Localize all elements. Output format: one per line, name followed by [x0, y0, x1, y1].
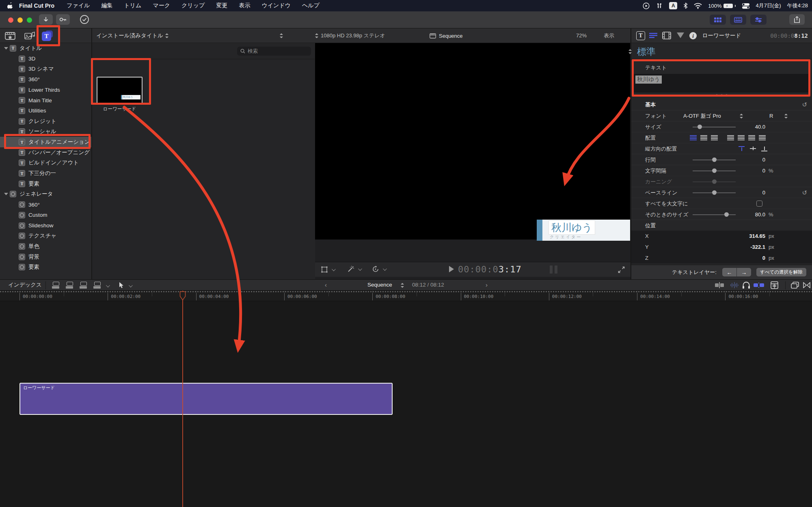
transition-icon[interactable]: [803, 282, 810, 288]
append-clip-button[interactable]: [80, 282, 88, 289]
viewer-zoom-popup[interactable]: 72%: [576, 28, 587, 43]
valign-middle-button[interactable]: [750, 146, 756, 151]
menu-item[interactable]: 表示: [239, 2, 250, 9]
sidebar-item[interactable]: 360°: [0, 74, 91, 85]
close-window-button[interactable]: [8, 17, 13, 23]
titles-generators-sidebar-icon[interactable]: T: [42, 30, 53, 41]
menu-item[interactable]: ウインドウ: [261, 2, 291, 9]
media-sidebar-icon[interactable]: [5, 31, 15, 40]
title-text-value[interactable]: 秋川ゆう: [635, 76, 662, 84]
show-timelines-icon[interactable]: [791, 282, 799, 289]
align-right-button[interactable]: [711, 135, 718, 140]
playhead-handle[interactable]: [179, 291, 186, 301]
edit-options-chevron-icon[interactable]: [106, 283, 110, 287]
lowerthird-overlay[interactable]: 秋川ゆう クリエイター: [537, 220, 630, 241]
valign-top-button[interactable]: [739, 146, 745, 151]
sidebar-item[interactable]: 360°: [0, 199, 91, 210]
search-field[interactable]: 検索: [237, 47, 311, 56]
index-button[interactable]: インデックス: [8, 280, 42, 290]
sidebar-item[interactable]: バンパー／オープニング: [0, 147, 91, 158]
wifi-icon[interactable]: [694, 3, 702, 9]
sequence-popup[interactable]: Sequence: [367, 280, 392, 290]
headphones-icon[interactable]: [742, 281, 750, 289]
sidebar-item[interactable]: 背景: [0, 252, 91, 262]
audio-meter-left[interactable]: [550, 265, 553, 274]
preset-row[interactable]: 標準: [631, 44, 812, 59]
next-text-layer-button[interactable]: →: [737, 268, 751, 276]
select-tool-button[interactable]: [119, 282, 124, 289]
share-button[interactable]: [789, 14, 805, 25]
connect-clip-button[interactable]: [52, 282, 60, 289]
line-spacing-value[interactable]: 0: [762, 154, 765, 165]
trim-tool-icon[interactable]: [715, 282, 724, 288]
position-z-value[interactable]: 0: [762, 252, 765, 263]
sidebar-item[interactable]: 単色: [0, 241, 91, 252]
kerning-slider[interactable]: [693, 181, 736, 182]
play-button[interactable]: [449, 266, 454, 272]
viewer-timecode[interactable]: 00:00:03:17: [458, 264, 522, 274]
minimize-window-button[interactable]: [17, 17, 23, 23]
sidebar-item[interactable]: ソーシャル: [0, 127, 91, 137]
align-center-button[interactable]: [700, 135, 707, 140]
zoom-window-button[interactable]: [27, 17, 32, 23]
title-thumbnail[interactable]: 秋川ゆう: [97, 77, 143, 104]
sidebar-item[interactable]: 下三分の一: [0, 168, 91, 179]
all-caps-size-value[interactable]: 80.0: [755, 209, 765, 220]
sidebar-item[interactable]: Main Title: [0, 95, 91, 106]
timeline-clip-lowerthird[interactable]: ローワーサード: [19, 383, 393, 415]
reset-baseline-icon[interactable]: ↺: [802, 187, 807, 198]
import-media-button[interactable]: [39, 14, 53, 25]
menu-item[interactable]: 変更: [216, 2, 227, 9]
sidebar-item[interactable]: 3D シネマ: [0, 64, 91, 74]
menu-item[interactable]: クリップ: [181, 2, 205, 9]
menu-item[interactable]: 編集: [101, 2, 112, 9]
keyword-editor-button[interactable]: [56, 14, 70, 25]
next-sequence-button[interactable]: ›: [486, 280, 488, 290]
justify-left-button[interactable]: [727, 135, 734, 140]
position-y-value[interactable]: -322.1: [750, 242, 765, 252]
sidebar-item[interactable]: Slideshow: [0, 220, 91, 231]
airpods-icon[interactable]: [656, 2, 663, 9]
font-family-popup[interactable]: A-OTF 新ゴ Pro: [683, 110, 721, 121]
enhancements-button[interactable]: [347, 265, 361, 273]
sidebar-item[interactable]: Custom: [0, 210, 91, 220]
baseline-value[interactable]: 0: [762, 187, 765, 198]
overwrite-clip-button[interactable]: [93, 282, 102, 289]
timeline-view-button[interactable]: [730, 15, 746, 25]
sidebar-item[interactable]: ビルドイン／アウト: [0, 158, 91, 168]
clip-appearance-icon[interactable]: [771, 281, 778, 289]
sidebar-item[interactable]: 3D: [0, 54, 91, 64]
previous-sequence-button[interactable]: ‹: [325, 280, 327, 290]
menu-date[interactable]: 4月7日(金): [756, 2, 781, 9]
viewer-canvas[interactable]: 秋川ゆう クリエイター: [315, 43, 630, 239]
justify-right-button[interactable]: [748, 135, 755, 140]
sidebar-item[interactable]: タイトル: [0, 43, 91, 54]
line-spacing-slider[interactable]: [693, 160, 736, 160]
justify-full-button[interactable]: [759, 135, 766, 140]
sidebar-item[interactable]: タイトルアニメーション: [0, 137, 91, 147]
audio-meter-right[interactable]: [555, 265, 557, 274]
tracking-slider[interactable]: [693, 170, 736, 171]
playhead-line[interactable]: [182, 291, 183, 507]
disclosure-triangle-icon[interactable]: [4, 47, 8, 50]
menu-item[interactable]: ヘルプ: [302, 2, 320, 9]
retime-button[interactable]: [372, 265, 386, 273]
apple-menu-icon[interactable]: [7, 2, 13, 9]
sidebar-item[interactable]: テクスチャ: [0, 231, 91, 241]
input-source-icon[interactable]: A: [669, 2, 677, 9]
menu-item[interactable]: マーク: [153, 2, 170, 9]
all-caps-checkbox[interactable]: [756, 201, 762, 207]
fullscreen-icon[interactable]: [618, 266, 625, 273]
timeline-body[interactable]: ローワーサード: [0, 302, 812, 507]
sidebar-item[interactable]: 要素: [0, 179, 91, 189]
transform-tool-button[interactable]: [321, 266, 335, 273]
deselect-all-button[interactable]: すべての選択を解除: [756, 268, 806, 276]
baseline-slider[interactable]: [693, 192, 736, 193]
timeline-ruler[interactable]: 00:00:00:0000:00:02:0000:00:04:0000:00:0…: [0, 291, 812, 301]
background-tasks-button[interactable]: [80, 15, 89, 24]
sidebar-item[interactable]: Utilities: [0, 106, 91, 116]
menu-item[interactable]: トリム: [124, 2, 141, 9]
control-center-icon[interactable]: [742, 3, 750, 9]
photos-audio-sidebar-icon[interactable]: [24, 31, 35, 40]
screen-mirroring-icon[interactable]: [643, 2, 650, 9]
